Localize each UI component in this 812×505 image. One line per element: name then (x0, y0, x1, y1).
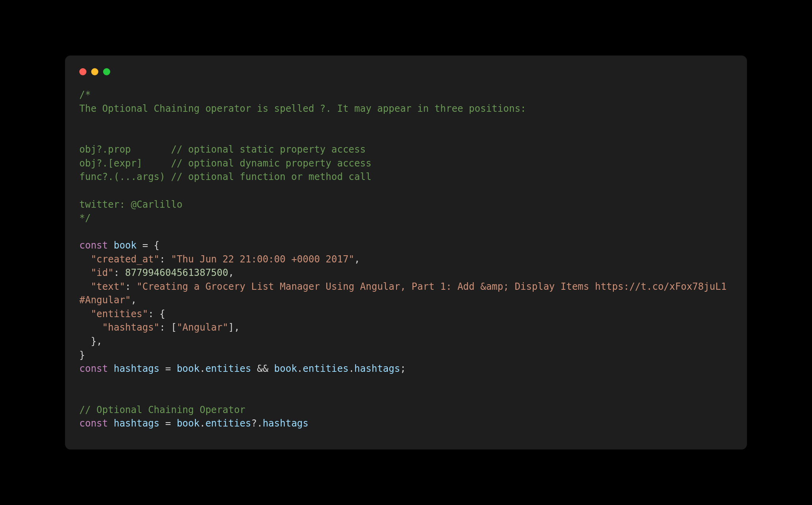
minimize-icon[interactable] (91, 68, 98, 75)
val-hashtag: "Angular" (177, 322, 228, 333)
indent (79, 267, 91, 278)
close-bracket: ] (228, 322, 234, 333)
comment-optional-chaining: // Optional Chaining Operator (79, 404, 245, 415)
op-and: && (251, 363, 274, 374)
key-created-at: "created_at" (91, 254, 159, 265)
close-brace: } (91, 336, 96, 347)
comment-close: */ (79, 212, 91, 224)
maximize-icon[interactable] (103, 68, 110, 75)
colon: : (148, 308, 159, 319)
comma: , (131, 295, 136, 306)
dot: . (199, 418, 205, 429)
comment-line-2: obj?.prop // optional static property ac… (79, 144, 366, 155)
var-hashtags: hashtags (114, 418, 160, 429)
colon: : (125, 281, 137, 292)
prop-entities: entities (205, 363, 251, 374)
obj-book: book (177, 418, 200, 429)
keyword-const: const (79, 363, 108, 374)
comment-line-5: twitter: @Carlillo (79, 199, 182, 210)
close-brace: } (79, 350, 85, 361)
comment-line-4: func?.(...args) // optional function or … (79, 171, 372, 182)
punc-eq-brace: = { (137, 240, 160, 251)
close-icon[interactable] (79, 68, 86, 75)
eq: = (159, 363, 176, 374)
comment-open: /* (79, 89, 91, 100)
comment-line-1: The Optional Chaining operator is spelle… (79, 103, 526, 114)
eq: = (159, 418, 176, 429)
code-window: /* The Optional Chaining operator is spe… (65, 55, 747, 450)
colon: : (159, 322, 171, 333)
comma: , (228, 267, 234, 278)
key-hashtags: "hashtags" (102, 322, 160, 333)
var-book: book (114, 240, 137, 251)
indent (79, 308, 91, 319)
prop-entities: entities (303, 363, 349, 374)
val-text: "Creating a Grocery List Manager Using A… (79, 281, 732, 306)
keyword-const: const (79, 418, 108, 429)
semicolon: ; (400, 363, 406, 374)
prop-hashtags: hashtags (354, 363, 400, 374)
colon: : (159, 254, 171, 265)
indent (79, 281, 91, 292)
keyword-const: const (79, 240, 108, 251)
open-brace: { (159, 308, 165, 319)
indent (79, 254, 91, 265)
window-titlebar (79, 68, 733, 75)
dot: . (199, 363, 205, 374)
var-hashtags: hashtags (114, 363, 160, 374)
key-text: "text" (91, 281, 125, 292)
key-entities: "entities" (91, 308, 148, 319)
open-bracket: [ (171, 322, 176, 333)
comma: , (96, 336, 102, 347)
prop-hashtags: hashtags (262, 418, 308, 429)
indent (79, 336, 91, 347)
optional-chain: ?. (251, 418, 263, 429)
obj-book: book (274, 363, 297, 374)
val-id: 877994604561387500 (125, 267, 228, 278)
indent (79, 322, 102, 333)
dot: . (349, 363, 354, 374)
comment-line-3: obj?.[expr] // optional dynamic property… (79, 158, 372, 169)
obj-book: book (177, 363, 200, 374)
comma: , (234, 322, 239, 333)
code-block: /* The Optional Chaining operator is spe… (79, 88, 733, 430)
comma: , (354, 254, 360, 265)
val-created-at: "Thu Jun 22 21:00:00 +0000 2017" (171, 254, 354, 265)
key-id: "id" (91, 267, 114, 278)
colon: : (114, 267, 125, 278)
prop-entities: entities (205, 418, 251, 429)
dot: . (297, 363, 303, 374)
